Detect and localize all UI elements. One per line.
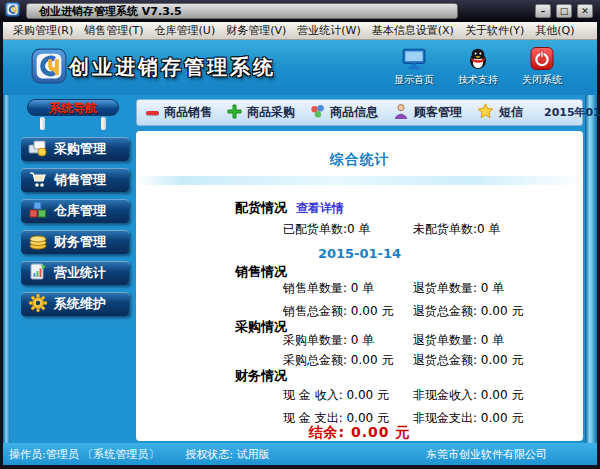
window-title-text: 创业进销存管理系统 V7.3.5 [39, 4, 182, 19]
plus-icon [227, 104, 242, 122]
sidebar-item-purchase[interactable]: 采购管理 [21, 137, 129, 161]
sidebar-item-stats[interactable]: 营业统计 [21, 261, 129, 285]
menu-item-sales[interactable]: 销售管理(T) [84, 23, 143, 38]
status-company: 东莞市创业软件有限公司 [426, 447, 547, 462]
menu-bar: 采购管理(R) 销售管理(T) 仓库管理(U) 财务管理(V) 营业统计(W) … [3, 22, 597, 40]
customer-icon [393, 103, 409, 122]
close-button[interactable]: ✕ [577, 4, 593, 18]
status-operator: 操作员:管理员 〔系统管理员〕 [9, 447, 159, 462]
sidebar-item-label: 销售管理 [54, 171, 106, 189]
status-bar: 操作员:管理员 〔系统管理员〕 授权状态: 试用版 东莞市创业软件有限公司 [3, 443, 597, 465]
menu-item-finance[interactable]: 财务管理(V) [226, 23, 286, 38]
frame-gloss-left [3, 95, 10, 443]
toolbar-item-product-purchase[interactable]: 商品采购 [227, 104, 295, 122]
title-bar: 创业进销存管理系统 V7.3.5 – □ ✕ [0, 0, 600, 22]
minimize-button[interactable]: – [535, 4, 551, 18]
show-home-button[interactable]: 显示首页 [387, 45, 441, 87]
sms-star-icon [477, 103, 494, 122]
finance-coins-icon [28, 231, 48, 254]
section-distribution-heading: 配货情况 [235, 200, 287, 215]
sidebar-item-warehouse[interactable]: 仓库管理 [21, 199, 129, 223]
banner: 创业进销存管理系统 显示首页 [3, 40, 597, 95]
sidebar-item-finance[interactable]: 财务管理 [21, 230, 129, 254]
stats-chart-icon [28, 262, 48, 285]
summary-title: 综合统计 [136, 151, 583, 169]
purchase-return-total-value: 退货总金额: 0.00 元 [413, 353, 523, 367]
frame-gloss-right [585, 95, 597, 443]
qq-support-icon [466, 45, 490, 71]
window-title: 创业进销存管理系统 V7.3.5 [26, 3, 458, 19]
pin-icon [40, 117, 45, 130]
toolbar-item-label: 商品信息 [330, 104, 378, 121]
sales-count-value: 销售单数量: 0 单 [283, 280, 413, 297]
noncash-expense-value: 非现金支出: 0.00 元 [413, 411, 523, 425]
sales-return-total-value: 退货总金额: 0.00 元 [413, 304, 523, 318]
tech-support-button[interactable]: 技术支持 [451, 45, 505, 87]
app-logo-icon [5, 2, 20, 21]
finance-row-1: 现 金 收入: 0.00 元非现金收入: 0.00 元 [283, 387, 583, 404]
section-sales-heading: 销售情况 [235, 263, 583, 281]
close-system-label: 关闭系统 [522, 73, 562, 87]
toolbar-item-label: 短信 [499, 104, 523, 121]
sidebar-header: 系统导航 [27, 99, 119, 116]
menu-item-other[interactable]: 其他(Q) [535, 23, 574, 38]
menu-item-stats[interactable]: 营业统计(W) [297, 23, 360, 38]
menu-item-about[interactable]: 关于软件(Y) [465, 23, 524, 38]
sidebar: 系统导航 采购管理 [11, 98, 135, 438]
sidebar-item-label: 采购管理 [54, 140, 106, 158]
purchase-boxes-icon [28, 138, 48, 161]
sidebar-item-sales[interactable]: 销售管理 [21, 168, 129, 192]
balance-value: 结余: 0.00 元 [136, 424, 583, 442]
toolbar-item-sms[interactable]: 短信 [477, 103, 523, 122]
summary-date: 2015-01-14 [136, 246, 583, 261]
warehouse-cubes-icon [28, 200, 48, 223]
power-icon [530, 45, 554, 71]
purchase-return-count-value: 退货单数量: 0 单 [413, 333, 504, 347]
section-distribution: 配货情况查看详情 [235, 199, 583, 217]
sidebar-pins [40, 117, 106, 130]
toolbar-item-label: 商品销售 [164, 104, 212, 121]
close-system-button[interactable]: 关闭系统 [515, 45, 569, 87]
products-balls-icon [310, 104, 325, 122]
app-logo-icon [31, 48, 67, 88]
pin-icon [101, 117, 106, 130]
minus-icon [146, 111, 159, 115]
home-monitor-icon [401, 45, 427, 71]
noncash-income-value: 非现金收入: 0.00 元 [413, 388, 523, 402]
toolbar-datetime: 2015年01月14日 23:57:09 [544, 105, 600, 120]
tech-support-label: 技术支持 [458, 73, 498, 87]
banner-actions: 显示首页 技术支持 [387, 45, 569, 87]
app-body: 系统导航 采购管理 [3, 95, 597, 443]
toolbar-item-product-sale[interactable]: 商品销售 [146, 104, 212, 121]
purchase-row-1: 采购单数量: 0 单退货单数量: 0 单 [283, 332, 583, 349]
maintenance-gear-icon [28, 293, 48, 316]
toolbar-item-product-info[interactable]: 商品信息 [310, 104, 378, 122]
purchase-count-value: 采购单数量: 0 单 [283, 332, 413, 349]
section-finance-heading: 财务情况 [235, 367, 583, 385]
sidebar-item-maintenance[interactable]: 系统维护 [21, 292, 129, 316]
distribution-row: 已配货单数:0 单未配货单数:0 单 [283, 221, 583, 238]
show-home-label: 显示首页 [394, 73, 434, 87]
status-license: 授权状态: 试用版 [185, 447, 269, 462]
cash-income-value: 现 金 收入: 0.00 元 [283, 387, 413, 404]
menu-item-purchase[interactable]: 采购管理(R) [13, 23, 73, 38]
distribution-done-value: 已配货单数:0 单 [283, 221, 413, 238]
sales-row-1: 销售单数量: 0 单退货单数量: 0 单 [283, 280, 583, 297]
app-window: 创业进销存管理系统 V7.3.5 – □ ✕ 采购管理(R) 销售管理(T) 仓… [0, 0, 600, 469]
window-controls: – □ ✕ [535, 4, 593, 18]
sales-return-count-value: 退货单数量: 0 单 [413, 281, 504, 295]
sidebar-item-label: 营业统计 [54, 264, 106, 282]
sales-cart-icon [28, 169, 48, 192]
toolbar-item-customer[interactable]: 顾客管理 [393, 103, 462, 122]
sidebar-item-label: 财务管理 [54, 233, 106, 251]
toolbar: 商品销售 商品采购 商品信息 [136, 99, 583, 126]
toolbar-item-label: 顾客管理 [414, 104, 462, 121]
sidebar-item-label: 系统维护 [54, 295, 106, 313]
summary-panel: 综合统计 配货情况查看详情 已配货单数:0 单未配货单数:0 单 2015-01… [136, 131, 583, 441]
sidebar-item-label: 仓库管理 [54, 202, 106, 220]
maximize-button[interactable]: □ [556, 4, 572, 18]
menu-item-warehouse[interactable]: 仓库管理(U) [155, 23, 216, 38]
view-details-link[interactable]: 查看详情 [296, 201, 344, 215]
distribution-pending-value: 未配货单数:0 单 [413, 222, 501, 236]
menu-item-settings[interactable]: 基本信息设置(X) [372, 23, 454, 38]
